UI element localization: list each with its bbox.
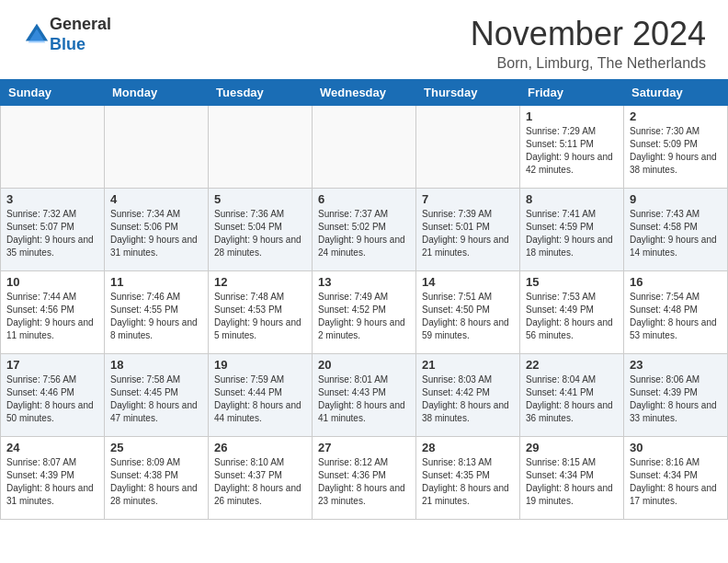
calendar-table: SundayMondayTuesdayWednesdayThursdayFrid…	[0, 79, 728, 520]
day-number: 17	[6, 358, 98, 372]
day-number: 9	[630, 192, 722, 206]
day-info: Sunrise: 7:46 AM Sunset: 4:55 PM Dayligh…	[110, 291, 202, 342]
calendar-day-cell: 7Sunrise: 7:39 AM Sunset: 5:01 PM Daylig…	[416, 189, 520, 271]
day-number: 23	[630, 358, 722, 372]
logo-icon	[24, 22, 50, 48]
day-number: 26	[214, 441, 306, 454]
calendar-day-cell: 4Sunrise: 7:34 AM Sunset: 5:06 PM Daylig…	[105, 189, 209, 271]
calendar-day-cell: 29Sunrise: 8:15 AM Sunset: 4:34 PM Dayli…	[520, 437, 624, 520]
weekday-header: Sunday	[1, 80, 105, 106]
weekday-header: Tuesday	[209, 80, 313, 106]
day-number: 24	[6, 441, 98, 454]
day-info: Sunrise: 8:09 AM Sunset: 4:38 PM Dayligh…	[110, 456, 202, 508]
day-number: 30	[630, 441, 722, 454]
logo-blue: Blue	[50, 35, 111, 55]
calendar-week-row: 10Sunrise: 7:44 AM Sunset: 4:56 PM Dayli…	[1, 271, 728, 354]
weekday-header: Monday	[105, 80, 209, 106]
day-number: 1	[526, 109, 618, 123]
calendar-day-cell	[105, 106, 209, 189]
calendar-day-cell: 6Sunrise: 7:37 AM Sunset: 5:02 PM Daylig…	[313, 189, 416, 271]
day-number: 5	[214, 192, 306, 206]
day-info: Sunrise: 7:30 AM Sunset: 5:09 PM Dayligh…	[630, 125, 722, 177]
calendar-day-cell: 26Sunrise: 8:10 AM Sunset: 4:37 PM Dayli…	[209, 437, 313, 520]
calendar-week-row: 24Sunrise: 8:07 AM Sunset: 4:39 PM Dayli…	[1, 437, 728, 520]
calendar-day-cell: 15Sunrise: 7:53 AM Sunset: 4:49 PM Dayli…	[520, 271, 624, 354]
day-info: Sunrise: 8:04 AM Sunset: 4:41 PM Dayligh…	[526, 373, 618, 425]
day-info: Sunrise: 7:59 AM Sunset: 4:44 PM Dayligh…	[214, 373, 306, 425]
day-number: 19	[214, 358, 306, 372]
calendar-day-cell	[313, 106, 416, 189]
calendar-day-cell: 8Sunrise: 7:41 AM Sunset: 4:59 PM Daylig…	[520, 189, 624, 271]
day-number: 7	[422, 192, 514, 206]
weekday-header: Thursday	[416, 80, 520, 106]
day-number: 28	[422, 441, 514, 454]
day-number: 14	[422, 275, 514, 289]
day-number: 29	[526, 441, 618, 454]
day-number: 20	[318, 358, 410, 372]
day-number: 21	[422, 358, 514, 372]
calendar-day-cell: 11Sunrise: 7:46 AM Sunset: 4:55 PM Dayli…	[105, 271, 209, 354]
day-info: Sunrise: 8:13 AM Sunset: 4:35 PM Dayligh…	[422, 456, 514, 508]
day-info: Sunrise: 7:44 AM Sunset: 4:56 PM Dayligh…	[6, 291, 98, 342]
day-info: Sunrise: 7:53 AM Sunset: 4:49 PM Dayligh…	[526, 291, 618, 342]
day-info: Sunrise: 8:16 AM Sunset: 4:34 PM Dayligh…	[630, 456, 722, 508]
calendar-day-cell: 20Sunrise: 8:01 AM Sunset: 4:43 PM Dayli…	[313, 354, 416, 437]
logo-general: General	[50, 15, 111, 35]
day-info: Sunrise: 7:34 AM Sunset: 5:06 PM Dayligh…	[110, 208, 202, 259]
logo: General Blue	[22, 15, 111, 54]
day-info: Sunrise: 7:48 AM Sunset: 4:53 PM Dayligh…	[214, 291, 306, 342]
calendar-day-cell: 12Sunrise: 7:48 AM Sunset: 4:53 PM Dayli…	[209, 271, 313, 354]
weekday-header-row: SundayMondayTuesdayWednesdayThursdayFrid…	[1, 80, 728, 106]
day-number: 10	[6, 275, 98, 289]
calendar-day-cell: 25Sunrise: 8:09 AM Sunset: 4:38 PM Dayli…	[105, 437, 209, 520]
weekday-header: Friday	[520, 80, 624, 106]
calendar-day-cell: 9Sunrise: 7:43 AM Sunset: 4:58 PM Daylig…	[624, 189, 728, 271]
calendar-day-cell: 1Sunrise: 7:29 AM Sunset: 5:11 PM Daylig…	[520, 106, 624, 189]
day-info: Sunrise: 7:51 AM Sunset: 4:50 PM Dayligh…	[422, 291, 514, 342]
calendar-day-cell: 16Sunrise: 7:54 AM Sunset: 4:48 PM Dayli…	[624, 271, 728, 354]
title-area: November 2024 Born, Limburg, The Netherl…	[471, 15, 706, 72]
day-info: Sunrise: 7:49 AM Sunset: 4:52 PM Dayligh…	[318, 291, 410, 342]
weekday-header: Wednesday	[313, 80, 416, 106]
calendar-day-cell	[209, 106, 313, 189]
day-info: Sunrise: 8:15 AM Sunset: 4:34 PM Dayligh…	[526, 456, 618, 508]
day-number: 25	[110, 441, 202, 454]
day-info: Sunrise: 8:03 AM Sunset: 4:42 PM Dayligh…	[422, 373, 514, 425]
calendar-day-cell: 23Sunrise: 8:06 AM Sunset: 4:39 PM Dayli…	[624, 354, 728, 437]
calendar-day-cell: 17Sunrise: 7:56 AM Sunset: 4:46 PM Dayli…	[1, 354, 105, 437]
day-info: Sunrise: 8:06 AM Sunset: 4:39 PM Dayligh…	[630, 373, 722, 425]
calendar-day-cell: 18Sunrise: 7:58 AM Sunset: 4:45 PM Dayli…	[105, 354, 209, 437]
calendar-week-row: 3Sunrise: 7:32 AM Sunset: 5:07 PM Daylig…	[1, 189, 728, 271]
calendar-day-cell	[416, 106, 520, 189]
day-info: Sunrise: 7:36 AM Sunset: 5:04 PM Dayligh…	[214, 208, 306, 259]
day-number: 16	[630, 275, 722, 289]
day-number: 6	[318, 192, 410, 206]
calendar-day-cell: 27Sunrise: 8:12 AM Sunset: 4:36 PM Dayli…	[313, 437, 416, 520]
day-number: 11	[110, 275, 202, 289]
calendar-day-cell	[1, 106, 105, 189]
calendar-day-cell: 30Sunrise: 8:16 AM Sunset: 4:34 PM Dayli…	[624, 437, 728, 520]
day-info: Sunrise: 8:01 AM Sunset: 4:43 PM Dayligh…	[318, 373, 410, 425]
calendar-day-cell: 19Sunrise: 7:59 AM Sunset: 4:44 PM Dayli…	[209, 354, 313, 437]
calendar-day-cell: 5Sunrise: 7:36 AM Sunset: 5:04 PM Daylig…	[209, 189, 313, 271]
day-number: 15	[526, 275, 618, 289]
day-number: 22	[526, 358, 618, 372]
day-info: Sunrise: 8:10 AM Sunset: 4:37 PM Dayligh…	[214, 456, 306, 508]
day-number: 27	[318, 441, 410, 454]
day-number: 18	[110, 358, 202, 372]
day-info: Sunrise: 7:43 AM Sunset: 4:58 PM Dayligh…	[630, 208, 722, 259]
day-number: 4	[110, 192, 202, 206]
day-info: Sunrise: 8:07 AM Sunset: 4:39 PM Dayligh…	[6, 456, 98, 508]
weekday-header: Saturday	[624, 80, 728, 106]
day-info: Sunrise: 7:54 AM Sunset: 4:48 PM Dayligh…	[630, 291, 722, 342]
calendar-day-cell: 21Sunrise: 8:03 AM Sunset: 4:42 PM Dayli…	[416, 354, 520, 437]
calendar-day-cell: 2Sunrise: 7:30 AM Sunset: 5:09 PM Daylig…	[624, 106, 728, 189]
day-number: 3	[6, 192, 98, 206]
day-info: Sunrise: 7:56 AM Sunset: 4:46 PM Dayligh…	[6, 373, 98, 425]
day-info: Sunrise: 7:58 AM Sunset: 4:45 PM Dayligh…	[110, 373, 202, 425]
day-number: 8	[526, 192, 618, 206]
calendar-day-cell: 22Sunrise: 8:04 AM Sunset: 4:41 PM Dayli…	[520, 354, 624, 437]
day-number: 12	[214, 275, 306, 289]
month-title: November 2024	[471, 15, 706, 53]
calendar-week-row: 17Sunrise: 7:56 AM Sunset: 4:46 PM Dayli…	[1, 354, 728, 437]
